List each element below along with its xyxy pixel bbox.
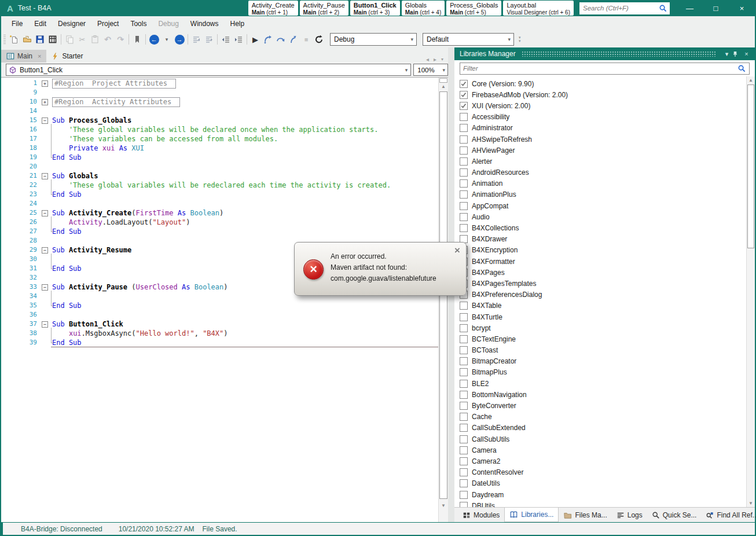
checkbox-icon[interactable] [460, 391, 468, 399]
checkbox-icon[interactable] [460, 124, 468, 132]
collapse-icon[interactable]: − [42, 118, 48, 124]
search-icon[interactable] [659, 4, 667, 13]
outdent-icon[interactable] [219, 33, 232, 46]
checkbox-icon[interactable] [460, 302, 468, 310]
code-line-21[interactable]: 21−Sub Globals [1, 171, 438, 181]
code-line-17[interactable]: 17 'These variables can be accessed from… [1, 134, 438, 144]
line-number[interactable]: 39 [1, 338, 42, 347]
code-line-10[interactable]: 10+#Region Activity Attributes [1, 97, 438, 107]
menu-help[interactable]: Help [225, 16, 251, 31]
quick-jump-tab-globals[interactable]: GlobalsMain (ctrl + 4) [402, 1, 445, 16]
step-over-icon[interactable] [274, 33, 287, 46]
popup-close-icon[interactable]: × [454, 245, 460, 256]
checkbox-icon[interactable] [460, 402, 468, 410]
scroll-up-icon[interactable]: ▲ [439, 84, 448, 89]
checkbox-icon[interactable] [460, 335, 468, 343]
collapsed-region[interactable]: #Region Project Attributes [52, 79, 176, 89]
step-out-icon[interactable] [287, 33, 300, 46]
line-number[interactable]: 16 [1, 125, 42, 134]
close-button[interactable]: × [729, 0, 755, 16]
line-number[interactable]: 9 [1, 88, 42, 97]
toolbar-grip[interactable] [3, 35, 6, 44]
checkbox-icon[interactable] [460, 324, 468, 332]
line-number[interactable]: 36 [1, 310, 42, 320]
libraries-scrollbar-thumb[interactable] [747, 85, 754, 248]
checkbox-icon[interactable] [460, 224, 468, 232]
line-number[interactable]: 32 [1, 273, 42, 282]
checkbox-icon[interactable] [460, 380, 468, 388]
quick-jump-tab-process-globals[interactable]: Process_GlobalsMain (ctrl + 5) [446, 1, 501, 16]
line-number[interactable]: 25 [1, 208, 42, 218]
editor-zoom-select[interactable]: 100% ▾ [413, 64, 448, 76]
panel-tab-files-ma[interactable]: Files Ma... [559, 508, 611, 522]
collapse-icon[interactable]: − [42, 173, 48, 179]
redo-icon[interactable]: ↷ [114, 33, 127, 46]
code-editor[interactable]: 1+#Region Project Attributes910+#Region … [1, 77, 448, 522]
checkbox-icon[interactable] [460, 357, 468, 365]
stop-icon[interactable]: ■ [300, 33, 313, 46]
build-mode-select[interactable]: Debug ▾ [330, 33, 417, 46]
quick-jump-tab-button1-click[interactable]: Button1_ClickMain (ctrl + 3) [350, 1, 400, 16]
collapse-icon[interactable]: − [42, 284, 48, 291]
line-number[interactable]: 1 [1, 79, 42, 88]
filter-box[interactable] [460, 63, 750, 75]
save-icon[interactable] [34, 33, 46, 46]
checkbox-icon[interactable] [460, 479, 468, 487]
checkbox-icon[interactable] [460, 468, 468, 476]
step-into-icon[interactable] [262, 33, 274, 46]
menu-tools[interactable]: Tools [124, 16, 152, 31]
panel-tab-logs[interactable]: Logs [612, 508, 647, 522]
line-number[interactable]: 37 [1, 320, 42, 329]
line-number[interactable]: 21 [1, 171, 42, 181]
menu-windows[interactable]: Windows [185, 16, 225, 31]
code-line-35[interactable]: 35End Sub [1, 301, 438, 310]
open-icon[interactable] [21, 33, 34, 46]
code-line-16[interactable]: 16 'These global variables will be decla… [1, 125, 438, 134]
run-icon[interactable]: ▶ [249, 33, 262, 46]
code-line-20[interactable]: 20 [1, 162, 438, 171]
line-number[interactable]: 14 [1, 107, 42, 116]
line-number[interactable]: 10 [1, 97, 42, 107]
indent-icon[interactable] [232, 33, 245, 46]
tab-scroll-right-icon[interactable]: ▸ [434, 56, 436, 63]
line-number[interactable]: 33 [1, 282, 42, 292]
scroll-down-icon[interactable]: ▼ [747, 501, 755, 506]
search-box[interactable] [579, 2, 670, 14]
export-icon[interactable] [46, 33, 59, 46]
code-line-14[interactable]: 14 [1, 107, 438, 116]
panel-tab-quick-se[interactable]: Quick Se... [647, 508, 702, 522]
build-config-select[interactable]: Default ▾ [423, 33, 514, 46]
editor-split-handle[interactable] [439, 78, 447, 83]
checkbox-icon[interactable] [460, 113, 468, 121]
tab-close-icon[interactable]: × [38, 53, 41, 60]
checkbox-icon[interactable] [460, 446, 468, 454]
line-number[interactable]: 38 [1, 329, 42, 338]
checkbox-icon[interactable] [460, 313, 468, 321]
tab-scroll-left-icon[interactable]: ◂ [426, 56, 429, 63]
checkbox-icon[interactable] [460, 413, 468, 421]
checkbox-icon[interactable] [460, 435, 468, 443]
line-number[interactable]: 20 [1, 162, 42, 171]
panel-menu-icon[interactable]: ▾ [722, 50, 732, 58]
line-number[interactable]: 24 [1, 199, 42, 208]
expand-icon[interactable]: + [42, 99, 48, 105]
tab-main[interactable]: Main× [1, 50, 46, 63]
menu-file[interactable]: File [6, 16, 28, 31]
paste-icon[interactable] [89, 33, 101, 46]
toolbar-overflow-icon[interactable]: ▾▾ [519, 36, 521, 43]
search-input[interactable] [583, 5, 659, 12]
checkbox-checked-icon[interactable] [460, 80, 468, 88]
checkbox-icon[interactable] [460, 146, 468, 155]
panel-tab-find-all-ref[interactable]: Find All Ref... [701, 508, 756, 522]
libraries-scrollbar[interactable]: ▲ ▼ [746, 76, 755, 507]
tab-starter[interactable]: Starter [46, 50, 88, 63]
reformat-icon[interactable] [190, 33, 203, 46]
checkbox-checked-icon[interactable] [460, 102, 468, 110]
line-number[interactable]: 22 [1, 181, 42, 190]
line-number[interactable]: 35 [1, 301, 42, 310]
code-line-23[interactable]: 23End Sub [1, 190, 438, 199]
code-line-27[interactable]: 27End Sub [1, 227, 438, 236]
checkbox-icon[interactable] [460, 168, 468, 177]
line-number[interactable]: 17 [1, 134, 42, 144]
checkbox-icon[interactable] [460, 346, 468, 354]
